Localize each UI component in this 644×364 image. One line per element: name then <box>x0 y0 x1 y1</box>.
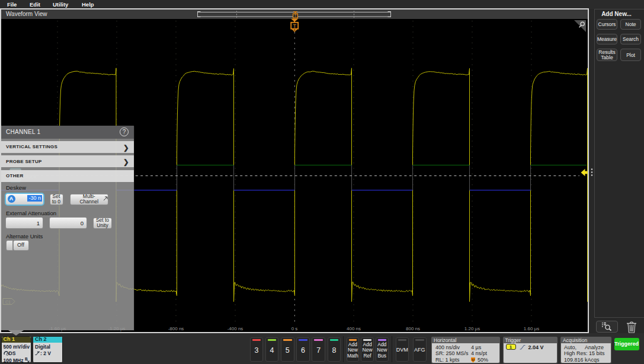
svg-text:400 ns: 400 ns <box>347 326 361 331</box>
svg-text:U: U <box>472 358 474 362</box>
svg-text:800 ns: 800 ns <box>406 326 420 331</box>
svg-text:-800 ns: -800 ns <box>168 326 184 331</box>
svg-text:T: T <box>294 14 297 18</box>
svg-text:0 s: 0 s <box>291 326 298 331</box>
svg-text:1.60 µs: 1.60 µs <box>524 326 539 331</box>
svg-text:1.20 µs: 1.20 µs <box>464 326 480 331</box>
svg-text:T: T <box>293 23 297 29</box>
svg-text:-400 ns: -400 ns <box>228 326 243 331</box>
